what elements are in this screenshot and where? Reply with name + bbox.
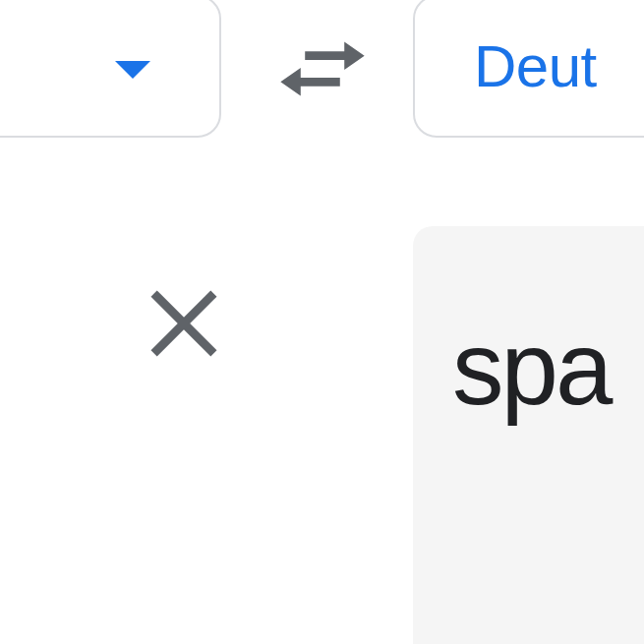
translation-output-panel: spa xyxy=(413,226,644,644)
swap-languages-button[interactable] xyxy=(275,29,369,108)
chevron-down-icon xyxy=(115,61,150,79)
clear-input-button[interactable] xyxy=(146,285,222,366)
swap-horizontal-icon xyxy=(278,29,367,108)
target-language-selector[interactable]: Deut xyxy=(413,0,644,138)
close-icon xyxy=(146,285,222,362)
translation-output-text: spa xyxy=(452,311,610,426)
target-language-label: Deut xyxy=(474,32,597,100)
source-language-selector[interactable] xyxy=(0,0,221,138)
